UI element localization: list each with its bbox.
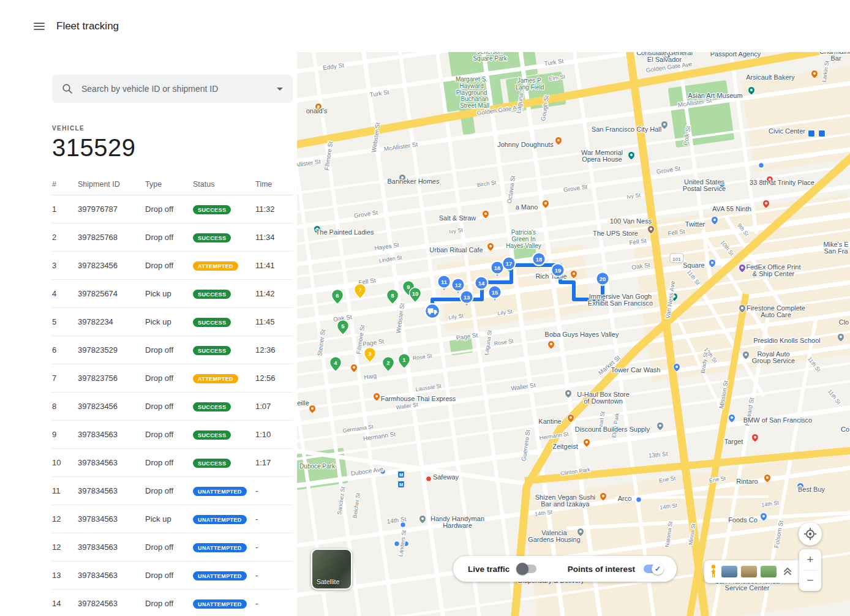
row-time: 1:17 xyxy=(255,449,293,477)
map-label: Best Buy xyxy=(798,486,826,493)
svg-text:19: 19 xyxy=(555,267,562,274)
col-type: Type xyxy=(145,178,193,195)
row-status: UNATTEMPTED xyxy=(193,562,255,590)
row-shipment-id: 397823456 xyxy=(78,252,145,280)
map-label: BMW of San Francisco xyxy=(743,416,812,424)
map-label: Target xyxy=(724,438,743,445)
chevron-down-icon[interactable] xyxy=(277,88,283,91)
svg-text:11: 11 xyxy=(441,279,448,285)
svg-text:6: 6 xyxy=(336,292,339,299)
col-number: # xyxy=(52,178,78,195)
map-label: The Painted Ladies xyxy=(316,228,374,236)
map-label: JeffersonSquare Park xyxy=(473,52,508,62)
map-canvas[interactable]: 101MMEddy StTurk StTurk StElm StGolden G… xyxy=(297,52,850,616)
table-row[interactable]: 8 397823456 Drop off SUCCESS 1:07 xyxy=(52,393,293,421)
map-label: Arsicault Bakery xyxy=(746,73,795,81)
map-label: AVA 55 Ninth xyxy=(712,205,751,212)
table-row[interactable]: 9 397834563 Drop off SUCCESS 1:10 xyxy=(52,421,293,449)
poi-marker-icon xyxy=(636,497,642,503)
row-type: Drop off xyxy=(145,195,193,223)
map-label: U-Haul Box Storeof Downtown xyxy=(577,391,630,405)
row-time: 1:10 xyxy=(255,421,293,449)
status-badge: SUCCESS xyxy=(193,233,231,242)
satellite-label: Satellite xyxy=(317,578,339,585)
zoom-out-button[interactable]: − xyxy=(799,571,821,592)
map-label: Foods Co xyxy=(728,516,758,524)
map-label: eille xyxy=(297,399,309,407)
map-label: Urban Ritual Cafe xyxy=(429,246,483,254)
row-type: Drop off xyxy=(145,223,193,252)
row-type: Drop off xyxy=(145,421,193,449)
svg-text:5: 5 xyxy=(341,323,345,329)
highway-101-shield: 101 xyxy=(670,254,683,263)
poi-marker-icon: M xyxy=(398,481,405,488)
col-status: Status xyxy=(193,178,255,195)
table-row[interactable]: 12 397834563 Pick up UNATTEMPTED - xyxy=(52,505,293,533)
table-row[interactable]: 6 397823529 Drop off SUCCESS 12:36 xyxy=(52,336,293,364)
row-time: 11:32 xyxy=(255,195,293,223)
shipment-table: # Shipment ID Type Status Time 1 3979767… xyxy=(52,178,293,616)
table-row[interactable]: 14 397824563 Drop off UNATTEMPTED - xyxy=(52,590,293,616)
map-label: Johnny Doughnuts xyxy=(497,141,554,148)
row-status: SUCCESS xyxy=(193,223,255,252)
table-row[interactable]: 2 397825768 Drop off SUCCESS 11:34 xyxy=(52,223,293,252)
poi-marker-icon xyxy=(759,163,764,168)
status-badge: SUCCESS xyxy=(193,402,231,411)
page-title: Fleet tracking xyxy=(56,20,119,32)
row-type: Drop off xyxy=(145,533,193,562)
row-number: 1 xyxy=(52,195,78,223)
points-of-interest-label: Points of interest xyxy=(568,565,635,574)
table-row[interactable]: 10 397834563 Drop off SUCCESS 1:17 xyxy=(52,449,293,477)
row-status: UNATTEMPTED xyxy=(193,505,255,533)
poi-marker-icon xyxy=(426,476,432,482)
vehicle-search[interactable] xyxy=(52,75,293,103)
map-container: 101MMEddy StTurk StTurk StElm StGolden G… xyxy=(297,52,850,616)
menu-icon[interactable] xyxy=(32,19,47,34)
status-badge: UNATTEMPTED xyxy=(193,599,247,609)
row-status: SUCCESS xyxy=(193,421,255,449)
pegman-icon[interactable] xyxy=(709,564,718,580)
row-status: UNATTEMPTED xyxy=(193,533,255,562)
live-traffic-label: Live traffic xyxy=(468,565,510,574)
table-row[interactable]: 13 397834563 Drop off UNATTEMPTED - xyxy=(52,562,293,590)
row-number: 5 xyxy=(52,308,78,336)
row-status: SUCCESS xyxy=(193,280,255,308)
map-toggle-bar: Live traffic Points of interest xyxy=(453,556,677,582)
my-location-button[interactable] xyxy=(799,522,822,546)
table-row[interactable]: 11 397834563 Drop off UNATTEMPTED - xyxy=(52,477,293,505)
map-label: San Francisco City Hall xyxy=(592,126,661,133)
map-label: FedEx Office Print& Ship Center xyxy=(746,263,800,277)
row-status: SUCCESS xyxy=(193,393,255,421)
row-type: Drop off xyxy=(145,562,193,590)
row-time: - xyxy=(255,533,293,562)
table-row[interactable]: 7 397823756 Drop off ATTEMPTED 12:56 xyxy=(52,364,293,393)
row-time: 11:42 xyxy=(255,280,293,308)
svg-text:101: 101 xyxy=(672,257,681,262)
photo-thumbnail[interactable] xyxy=(721,566,737,577)
zoom-in-button[interactable]: + xyxy=(799,549,821,570)
satellite-toggle[interactable]: Satellite xyxy=(311,549,352,590)
status-badge: UNATTEMPTED xyxy=(193,571,247,580)
vehicle-marker[interactable] xyxy=(425,304,440,318)
status-badge: SUCCESS xyxy=(193,205,231,214)
collapse-chevron-icon[interactable] xyxy=(781,565,794,579)
svg-text:2: 2 xyxy=(386,359,389,366)
photo-thumbnail[interactable] xyxy=(761,566,777,577)
live-traffic-toggle[interactable] xyxy=(518,565,536,573)
svg-text:8: 8 xyxy=(391,292,394,299)
table-row[interactable]: 5 39782234 Pick up SUCCESS 11:45 xyxy=(52,308,293,336)
map-label: Twitter xyxy=(685,220,705,228)
map-label: 33 8th at Trinity Place xyxy=(750,179,814,186)
map-label: Discount Builders Supply xyxy=(575,426,650,433)
points-of-interest-toggle[interactable] xyxy=(644,565,662,573)
status-badge: SUCCESS xyxy=(193,290,231,299)
map-label: Arco xyxy=(618,495,632,502)
table-row[interactable]: 3 397823456 Drop off ATTEMPTED 11:41 xyxy=(52,252,293,280)
table-row[interactable]: 12 397834563 Drop off UNATTEMPTED - xyxy=(52,533,293,562)
search-input[interactable] xyxy=(80,83,269,94)
table-row[interactable]: 4 397825674 Pick up SUCCESS 11:42 xyxy=(52,280,293,308)
table-row[interactable]: 1 397976787 Drop off SUCCESS 11:32 xyxy=(52,195,293,223)
map-label: Rintaro xyxy=(736,478,758,485)
row-number: 14 xyxy=(52,590,78,616)
photo-thumbnail[interactable] xyxy=(741,566,757,577)
